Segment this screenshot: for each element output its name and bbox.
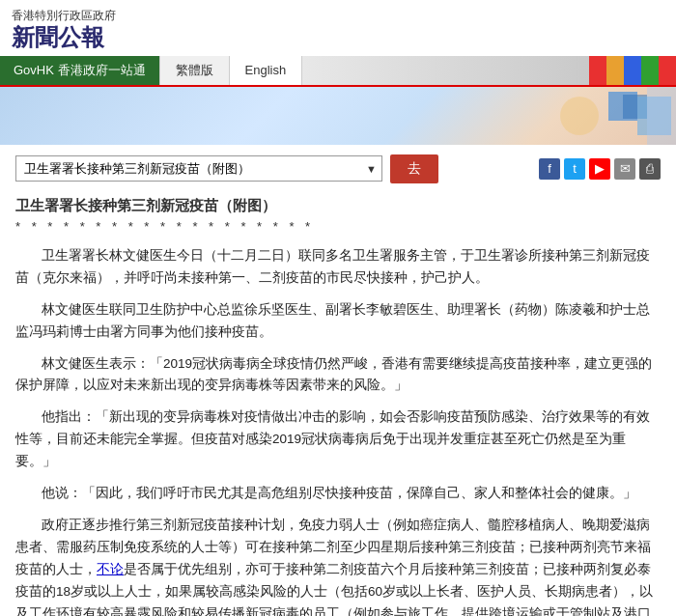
color-block-red2: [659, 56, 676, 85]
article-body: 卫生署署长林文健医生今日（十二月二日）联同多名卫生署服务主管，于卫生署诊所接种第…: [15, 245, 661, 616]
color-blocks: [589, 56, 676, 85]
nav-english[interactable]: English: [229, 56, 303, 85]
banner: [0, 87, 676, 145]
svg-point-3: [560, 97, 599, 135]
twitter-icon[interactable]: t: [564, 158, 585, 180]
color-block-orange: [606, 56, 624, 85]
paragraph-4: 他指出：「新出现的变异病毒株对疫情做出冲击的影响，如会否影响疫苗预防感染、治疗效…: [15, 406, 661, 473]
youtube-icon[interactable]: ▶: [589, 158, 610, 180]
print-icon[interactable]: ⎙: [639, 158, 661, 180]
paragraph-1: 卫生署署长林文健医生今日（十二月二日）联同多名卫生署服务主管，于卫生署诊所接种第…: [15, 245, 661, 290]
email-icon[interactable]: ✉: [614, 158, 635, 180]
color-block-red: [589, 56, 606, 85]
banner-graphic: [483, 87, 676, 145]
select-wrapper: 卫生署署长接种第三剂新冠疫苗（附图） ▼: [15, 155, 382, 182]
color-block-blue: [624, 56, 641, 85]
link-not[interactable]: 不论: [97, 562, 124, 576]
go-button[interactable]: 去: [390, 154, 438, 183]
paragraph-2: 林文健医生联同卫生防护中心总监徐乐坚医生、副署长李敏碧医生、助理署长（药物）陈凌…: [15, 299, 661, 344]
facebook-icon[interactable]: f: [539, 158, 560, 180]
gov-name: 香港特別行政區政府: [12, 8, 664, 24]
toolbar: 卫生署署长接种第三剂新冠疫苗（附图） ▼ 去 f t ▶ ✉ ⎙: [15, 154, 661, 183]
nav-traditional[interactable]: 繁體版: [159, 56, 229, 85]
header: 香港特別行政區政府 新聞公報: [0, 0, 676, 56]
dots-separator: * * * * * * * * * * * * * * * * * * *: [15, 219, 661, 234]
article-select[interactable]: 卫生署署长接种第三剂新冠疫苗（附图）: [15, 155, 382, 182]
content-area: 卫生署署长接种第三剂新冠疫苗（附图） ▼ 去 f t ▶ ✉ ⎙ 卫生署署长接种…: [0, 145, 676, 616]
paragraph-3: 林文健医生表示：「2019冠状病毒病全球疫情仍然严峻，香港有需要继续提高疫苗接种…: [15, 353, 661, 398]
nav-govhk[interactable]: GovHK 香港政府一站通: [0, 56, 159, 85]
paragraph-6: 政府正逐步推行第三剂新冠疫苗接种计划，免疫力弱人士（例如癌症病人、髓腔移植病人、…: [15, 515, 661, 616]
color-block-green: [641, 56, 659, 85]
nav-strip: [302, 56, 676, 85]
paragraph-5: 他说：「因此，我们呼吁市民尤其是高危组别尽快接种疫苗，保障自己、家人和整体社会的…: [15, 483, 661, 505]
navbar: GovHK 香港政府一站通 繁體版 English: [0, 56, 676, 87]
social-icons: f t ▶ ✉ ⎙: [539, 158, 661, 180]
svg-rect-4: [647, 87, 676, 145]
site-title: 新聞公報: [12, 24, 664, 52]
article-title: 卫生署署长接种第三剂新冠疫苗（附图）: [15, 197, 661, 215]
